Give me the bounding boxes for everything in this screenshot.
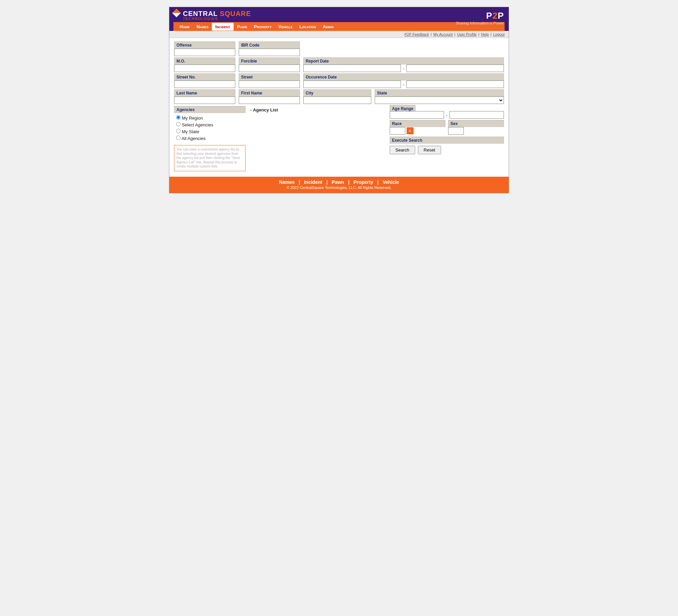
sep: | (326, 179, 329, 185)
sep: | (490, 32, 492, 36)
label-execute-search: Execute Search (390, 137, 504, 144)
link-user-profile[interactable]: User Profile (457, 32, 476, 36)
label-city: City (303, 89, 371, 96)
p2p-tagline: Sharing Information is Power (456, 21, 504, 25)
p2p-logo: P2P (456, 11, 504, 21)
label-forcible: Forcible (239, 57, 300, 65)
tab-home[interactable]: Home (176, 23, 193, 31)
race-lookup-button[interactable]: » (407, 127, 413, 134)
offense-input[interactable] (174, 49, 235, 56)
tab-admin[interactable]: Admin (319, 23, 337, 31)
agencies-radio-group: My Region Select Agencies My State All A… (174, 113, 245, 143)
sep: | (431, 32, 433, 36)
brand-name-2: SQUARE (220, 10, 251, 18)
age-from-input[interactable] (390, 111, 444, 119)
label-sex: Sex (448, 120, 504, 127)
radio-my-region-input[interactable] (176, 115, 181, 120)
radio-all-agencies[interactable]: All Agencies (176, 135, 243, 142)
utility-links: P2P Feedback | My Account | User Profile… (169, 31, 509, 38)
tab-incident[interactable]: Incident (212, 23, 234, 31)
sep: | (348, 179, 351, 185)
label-last-name: Last Name (174, 89, 235, 96)
app-window: CENTRALSQUARE TECHNOLOGIES P2P Sharing I… (169, 7, 509, 193)
tab-pawn[interactable]: Pawn (234, 23, 251, 31)
radio-all-agencies-input[interactable] (176, 136, 181, 140)
link-feedback[interactable]: P2P Feedback (404, 32, 429, 36)
tab-location[interactable]: Location (296, 23, 319, 31)
street-input[interactable] (239, 81, 300, 88)
footer-links: Names | Incident | Pawn | Property | Veh… (169, 177, 509, 186)
chevron-right-icon: » (409, 128, 411, 133)
sep: | (478, 32, 480, 36)
brand-logo-icon (172, 8, 181, 17)
p2p-2: 2 (492, 11, 497, 21)
label-mo: M.O. (174, 57, 235, 65)
p2p-p1: P (486, 11, 492, 21)
report-date-from-input[interactable] (303, 65, 401, 72)
tab-vehicle[interactable]: Vehicle (275, 23, 296, 31)
label-agencies: Agencies (174, 106, 245, 113)
occurence-date-to-input[interactable] (406, 81, 504, 88)
dash: - (402, 82, 405, 87)
footer-copyright: © 2022 CentralSquare Technologies, LLC. … (169, 186, 509, 193)
footer-link-pawn[interactable]: Pawn (332, 179, 344, 185)
footer-link-vehicle[interactable]: Vehicle (383, 179, 399, 185)
p2p-branding: P2P Sharing Information is Power (456, 11, 504, 25)
last-name-input[interactable] (174, 96, 235, 104)
street-no-input[interactable] (174, 81, 235, 88)
label-street-no: Street No. (174, 73, 235, 81)
main-navbar: Home Names Incident Pawn Property Vehicl… (173, 22, 505, 31)
tab-property[interactable]: Property (251, 23, 275, 31)
state-select[interactable] (375, 96, 504, 104)
footer-link-names[interactable]: Names (279, 179, 295, 185)
report-date-to-input[interactable] (406, 65, 504, 72)
p2p-p2: P (498, 11, 504, 21)
dash: - (445, 112, 448, 118)
link-logout[interactable]: Logout (493, 32, 505, 36)
label-first-name: First Name (239, 89, 300, 96)
mo-input[interactable] (174, 65, 235, 72)
radio-all-agencies-label: All Agencies (182, 136, 206, 141)
sep: | (454, 32, 456, 36)
radio-my-state-input[interactable] (176, 129, 181, 133)
dash: - (402, 66, 405, 71)
radio-my-region[interactable]: My Region (176, 115, 243, 121)
age-to-input[interactable] (450, 111, 504, 119)
search-form: Offense IBR Code M.O. Forcible Report Da… (169, 38, 509, 177)
radio-my-state-label: My State (182, 129, 199, 134)
city-input[interactable] (303, 96, 371, 104)
label-state: State (375, 89, 504, 96)
header: CENTRALSQUARE TECHNOLOGIES P2P Sharing I… (169, 7, 509, 31)
label-report-date: Report Date (303, 57, 504, 65)
occurence-date-from-input[interactable] (303, 81, 401, 88)
reset-button[interactable]: Reset (418, 146, 441, 154)
sep: | (377, 179, 380, 185)
radio-select-agencies[interactable]: Select Agencies (176, 121, 243, 128)
label-race: Race (390, 120, 445, 127)
radio-select-agencies-label: Select Agencies (182, 122, 214, 127)
footer-link-property[interactable]: Property (354, 179, 373, 185)
race-input[interactable] (390, 127, 405, 135)
sex-input[interactable] (448, 127, 464, 135)
radio-my-region-label: My Region (182, 116, 203, 121)
search-button[interactable]: Search (390, 146, 415, 154)
radio-my-state[interactable]: My State (176, 128, 243, 135)
brand-name-1: CENTRAL (183, 10, 218, 18)
radio-select-agencies-input[interactable] (176, 122, 181, 126)
tab-names[interactable]: Names (193, 23, 212, 31)
label-ibr: IBR Code (239, 41, 300, 49)
link-help[interactable]: Help (481, 32, 489, 36)
dash: - (250, 107, 252, 112)
label-occurence-date: Occurence Date (303, 73, 504, 81)
label-street: Street (239, 73, 300, 81)
footer-link-incident[interactable]: Incident (304, 179, 322, 185)
label-agency-list: Agency List (253, 107, 278, 112)
label-offense: Offense (174, 41, 235, 49)
sep: | (299, 179, 301, 185)
ibr-code-input[interactable] (239, 49, 300, 56)
brand: CENTRALSQUARE (173, 10, 505, 18)
link-my-account[interactable]: My Account (433, 32, 453, 36)
agency-tip-box: You can save a customized agency list by… (174, 145, 245, 171)
first-name-input[interactable] (239, 96, 300, 104)
forcible-input[interactable] (239, 65, 300, 72)
